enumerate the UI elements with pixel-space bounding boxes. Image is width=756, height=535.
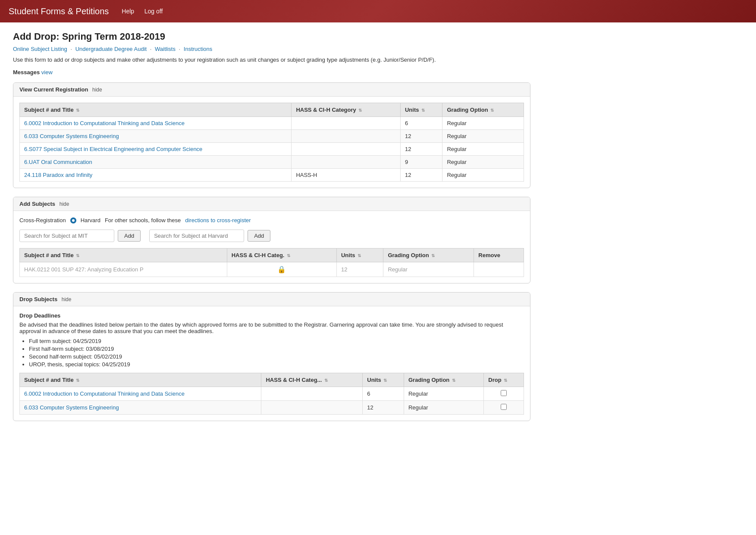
add-col-hass: HASS & CI-H Categ. ⇅ — [227, 249, 336, 262]
current-registration-content: Subject # and Title ⇅ HASS & CI-H Catego… — [13, 97, 530, 188]
breadcrumb-instructions[interactable]: Instructions — [184, 46, 212, 52]
subject-title-cell: HAK.0212 001 SUP 427: Analyzing Educatio… — [20, 262, 227, 277]
page-title: Add Drop: Spring Term 2018-2019 — [13, 31, 530, 42]
subject-link[interactable]: 24.118 Paradox and Infinity — [24, 172, 92, 178]
add-subjects-content: Cross-Registration Harvard For other sch… — [13, 211, 530, 283]
current-registration-table: Subject # and Title ⇅ HASS & CI-H Catego… — [19, 103, 524, 182]
drop-subjects-section: Drop Subjects hide Drop Deadlines Be adv… — [13, 292, 530, 421]
units-cell: 9 — [400, 156, 442, 169]
add-col-units: Units ⇅ — [336, 249, 383, 262]
subject-title-cell: 6.033 Computer Systems Engineering — [20, 401, 261, 415]
list-item: Second half-term subject: 05/02/2019 — [29, 353, 524, 360]
cross-reg-other-text: For other schools, follow these — [105, 217, 181, 223]
hass-cell: 🔒 — [227, 262, 336, 277]
units-cell: 12 — [400, 143, 442, 156]
breadcrumb-degree-audit[interactable]: Undergraduate Degree Audit — [75, 46, 147, 52]
messages-label: Messages — [13, 69, 40, 76]
subject-link[interactable]: 6.0002 Introduction to Computational Thi… — [24, 390, 185, 397]
hass-cell — [261, 401, 363, 415]
units-cell: 12 — [400, 169, 442, 182]
subject-link[interactable]: 6.0002 Introduction to Computational Thi… — [24, 120, 185, 126]
drop-deadlines-title: Drop Deadlines — [19, 312, 524, 319]
messages-view-link[interactable]: view — [41, 69, 53, 76]
current-registration-header: View Current Registration hide — [13, 83, 530, 97]
harvard-search-group: Add — [149, 230, 270, 242]
subject-link[interactable]: 6.UAT Oral Communication — [24, 159, 92, 165]
page-description: Use this form to add or drop subjects an… — [13, 57, 530, 63]
help-link[interactable]: Help — [122, 8, 134, 15]
table-row: 6.S077 Special Subject in Electrical Eng… — [20, 143, 524, 156]
table-row: 6.0002 Introduction to Computational Thi… — [20, 387, 524, 401]
hass-cell: HASS-H — [292, 169, 401, 182]
add-subjects-section: Add Subjects hide Cross-Registration Har… — [13, 197, 530, 283]
grading-cell: Regular — [442, 169, 524, 182]
messages-line: Messages view — [13, 69, 530, 76]
drop-col-units: Units ⇅ — [363, 373, 404, 387]
grading-cell: Regular — [404, 401, 483, 415]
drop-col-grading: Grading Option ⇅ — [404, 373, 483, 387]
drop-checkbox[interactable] — [501, 404, 507, 410]
add-col-subject: Subject # and Title ⇅ — [20, 249, 227, 262]
breadcrumb-online-listing[interactable]: Online Subject Listing — [13, 46, 67, 52]
add-subjects-table: Subject # and Title ⇅ HASS & CI-H Categ.… — [19, 248, 524, 277]
grading-cell: Regular — [442, 143, 524, 156]
grading-cell: Regular — [383, 262, 474, 277]
subject-title-cell: 24.118 Paradox and Infinity — [20, 169, 292, 182]
col-units: Units ⇅ — [400, 103, 442, 117]
add-col-remove: Remove — [474, 249, 524, 262]
table-row: 6.UAT Oral Communication 9 Regular — [20, 156, 524, 169]
subject-link[interactable]: 6.033 Computer Systems Engineering — [24, 133, 119, 139]
drop-subjects-toggle[interactable]: hide — [62, 296, 72, 302]
breadcrumb: Online Subject Listing · Undergraduate D… — [13, 46, 530, 52]
units-cell: 6 — [363, 387, 404, 401]
list-item: Full term subject: 04/25/2019 — [29, 338, 524, 344]
harvard-search-input[interactable] — [149, 230, 244, 242]
drop-checkbox[interactable] — [501, 390, 507, 396]
add-subjects-toggle[interactable]: hide — [60, 201, 69, 207]
search-row: Add Add — [19, 230, 524, 242]
grading-cell: Regular — [404, 387, 483, 401]
hass-cell — [292, 156, 401, 169]
drop-deadlines-description: Be advised that the deadlines listed bel… — [19, 321, 524, 334]
col-grading: Grading Option ⇅ — [442, 103, 524, 117]
app-title: Student Forms & Petitions — [9, 6, 109, 16]
subject-link[interactable]: 6.S077 Special Subject in Electrical Eng… — [24, 146, 202, 152]
drop-checkbox-cell — [484, 401, 524, 415]
subject-title-cell: 6.033 Computer Systems Engineering — [20, 130, 292, 143]
drop-col-hass: HASS & CI-H Categ... ⇅ — [261, 373, 363, 387]
cross-reg-directions-link[interactable]: directions to cross-register — [185, 217, 251, 223]
table-row: HAK.0212 001 SUP 427: Analyzing Educatio… — [20, 262, 524, 277]
units-cell: 6 — [400, 117, 442, 130]
drop-col-drop: Drop ⇅ — [484, 373, 524, 387]
header-nav: Help Log off — [122, 8, 171, 15]
list-item: First half-term subject: 03/08/2019 — [29, 346, 524, 352]
subject-title-cell: 6.S077 Special Subject in Electrical Eng… — [20, 143, 292, 156]
mit-search-input[interactable] — [19, 230, 114, 242]
current-registration-section: View Current Registration hide Subject #… — [13, 82, 530, 188]
harvard-add-button[interactable]: Add — [248, 230, 270, 242]
remove-cell — [474, 262, 524, 277]
subject-title-cell: 6.UAT Oral Communication — [20, 156, 292, 169]
list-item: UROP, thesis, special topics: 04/25/2019 — [29, 361, 524, 368]
col-subject-title: Subject # and Title ⇅ — [20, 103, 292, 117]
subject-title-cell: 6.0002 Introduction to Computational Thi… — [20, 387, 261, 401]
header: Student Forms & Petitions Help Log off — [0, 0, 756, 22]
units-cell: 12 — [363, 401, 404, 415]
grading-cell: Regular — [442, 117, 524, 130]
table-row: 6.0002 Introduction to Computational Thi… — [20, 117, 524, 130]
mit-add-button[interactable]: Add — [118, 230, 141, 242]
grading-cell: Regular — [442, 156, 524, 169]
lock-icon: 🔒 — [277, 266, 286, 273]
subject-link[interactable]: 6.033 Computer Systems Engineering — [24, 404, 119, 411]
drop-col-subject: Subject # and Title ⇅ — [20, 373, 261, 387]
col-hass: HASS & CI-H Category ⇅ — [292, 103, 401, 117]
breadcrumb-waitlists[interactable]: Waitlists — [155, 46, 176, 52]
cross-reg-radio[interactable] — [70, 217, 76, 223]
hass-cell — [261, 387, 363, 401]
logoff-link[interactable]: Log off — [144, 8, 163, 15]
drop-subjects-header: Drop Subjects hide — [13, 293, 530, 306]
cross-reg-school: Harvard — [81, 217, 100, 223]
drop-subjects-content: Drop Deadlines Be advised that the deadl… — [13, 306, 530, 421]
drop-deadlines: Drop Deadlines Be advised that the deadl… — [19, 312, 524, 368]
current-registration-toggle[interactable]: hide — [92, 87, 102, 93]
